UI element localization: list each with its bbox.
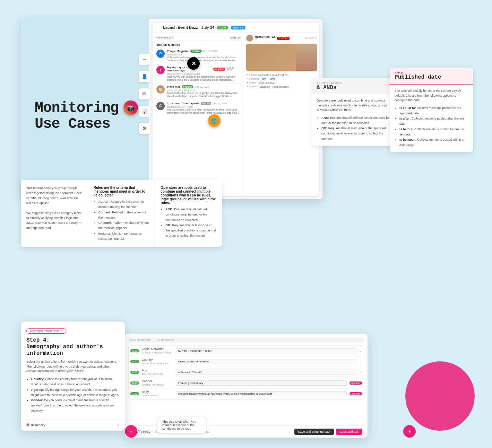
list-item: OR: Requires that at least one of the sp… [165,223,216,239]
mention-badge: Neutral [201,102,212,105]
sidebar-icon-2[interactable]: 👤 [139,71,150,82]
profile-name: gracemac_22 [255,35,275,38]
main-slide-left: Monitoring Use Cases [21,19,139,199]
sidebar-icon-5[interactable]: ⚙ [139,123,150,134]
row-expand-icon[interactable]: ⌄ [359,360,362,363]
list-item: Country: Define the country from where y… [31,377,119,387]
rule-title: Published date [395,74,468,80]
date-from-label: from 08/10/2023 [130,339,150,342]
info-cards-strip: This feature helps you group multiple ru… [21,180,222,247]
mention-text: More NEWS with details on the upcoming M… [167,75,240,81]
pink-action-button-left[interactable]: + [125,425,137,438]
rule-label: RULE [395,71,468,74]
entities-value: McDonald's Kevin Frost Th... [258,74,290,76]
sidebar-icon-3[interactable]: ✉ [139,88,150,99]
list-item: Is before: Collects mentions posted befo… [399,127,468,138]
filter-bar: All Filters (0) Sort by [155,35,242,41]
info-card-2-title: Rules are the criteria that mentions mus… [94,186,149,197]
ui-mockup: ← Launch Event Buzz - July 24 Active Men… [153,23,319,196]
main-slide-right: ← Launch Event Buzz - July 24 Active Men… [149,19,322,199]
mention-source: gracemac_22 • tiktok.com [167,89,240,91]
sidebar-icons: → 👤 ✉ 📊 ⚙ [139,54,150,134]
form-row-country: AND CountryUnited States of America Unit… [129,356,364,367]
info-card-1: This feature helps you group multiple ru… [21,180,88,247]
pink-action-button-right[interactable]: + [403,425,416,438]
footer-page: 9 [118,423,119,427]
active-badge: Active [217,26,228,29]
mention-source: @deansumer4tc • x.com [167,106,240,108]
monitor-badge: MONITOR YOUR BRAND [26,328,66,334]
list-item: Gender: Do you need to collect mentions … [31,398,119,414]
mention-name: Consumer Time Capsule [167,102,199,105]
list-item: Author: Related to the person or account… [98,199,149,210]
form-row-label: Social NetworksIG from • Instagram • Tik… [142,347,173,354]
save-continue-button[interactable]: Save and continue later [294,429,334,435]
filter-chip[interactable]: All Filters (0) [155,36,174,39]
mention-content: People Magazine Positive Dec 12, 2023 fa… [167,50,240,62]
tip-label: Tip: [162,420,168,423]
list-item: Is after: Collects mentions posted after… [399,116,468,127]
footer-divider: | [152,430,153,434]
mention-text: McDonald's collectors, get ready for som… [167,56,240,62]
mention-date: Dec 12, 2023 [227,67,240,71]
operators-text: Operators are tools used to combine and … [317,98,390,113]
monitor-card: MONITOR YOUR BRAND Step 4: Demography an… [21,322,125,431]
interests-label: ✦ Interests [246,85,258,88]
monitor-step: Step 4: Demography and author's informat… [26,337,119,357]
row-expand-icon[interactable]: ⌄ [359,370,362,374]
list-item: Content: Related to the content of the m… [98,210,149,221]
ui-mockup-header: ← Launch Event Buzz - July 24 Active Men… [153,23,319,33]
list-item: Age: Specify the age range for your sear… [31,387,119,398]
profile-verified: ✓ [255,38,275,41]
operators-list: AND: Ensures that all defined conditions… [317,115,390,142]
mention-content: Consumer Time Capsule Neutral Dec 12, 20… [167,102,240,114]
date-to-label: to 08/10/2024 [157,339,174,342]
and-badge: AND [130,392,139,395]
operators-overlay-header: AL OPERATORS & ANDs [312,78,395,94]
youtube-badge: YouTube [277,37,290,40]
main-slide: # Influencity Monitoring Use Cases → 👤 ✉… [21,19,322,199]
date-separator: → [153,339,155,342]
mention-text: Download the box to take me to get the n… [167,91,240,98]
list-item: Is between: Collects mentions posted wit… [399,137,468,148]
info-card-3: Operators are tools used to combine and … [155,180,222,247]
mention-source: @toysfordays • instagram.com [167,73,240,75]
add-rule-btn-2[interactable]: Add rule [349,392,362,395]
info-card-3-title: Operators are tools used to combine and … [161,186,216,205]
operators-overlay-title: & ANDs [317,85,390,91]
mentions-badge: Mentions [231,26,245,29]
rule-published-body: The date will initially be set to the cu… [390,85,473,152]
interests-value: Education · Adult education [260,86,289,88]
add-rule-btn[interactable]: Add rule [349,381,362,385]
mention-badge: Positive [190,50,202,53]
emotion-tag-joy: Joy [260,77,267,80]
monitor-intro: Select the author criteria from which yo… [26,360,119,374]
form-row-gender: AND GenderFemale | Non-binary Female | N… [129,378,364,388]
monitor-card-body: MONITOR YOUR BRAND Step 4: Demography an… [21,322,125,419]
emotions-label: ✦ Emotions [246,78,259,80]
mention-date: Dec 12, 2023 [195,86,209,88]
mention-source: facebook.com [167,53,240,56]
rule-published-card: RULE Published date The date will initia… [390,68,473,152]
and-badge: AND [130,381,139,385]
list-item: AND: Ensures that all defined conditions… [321,115,390,126]
form-row-social: AND Social NetworksIG from • Instagram •… [129,345,364,356]
row-expand-icon[interactable]: ⌄ [359,349,362,352]
mention-item: C Consumer Time Capsule Neutral Dec 12, … [155,100,242,116]
mention-content: grace mac Positive Dec 12, 2023 gracemac… [167,85,240,98]
mention-badge: Negative [213,68,226,71]
sidebar-icon-1[interactable]: → [139,54,150,65]
profile-tags-header: ✦ Entities McDonald's Kevin Frost Th... … [246,73,317,88]
rule-list: Is equal to: Collects mentions posted on… [395,106,468,148]
save-exit-button[interactable]: Save and exit [336,429,362,435]
ui-mockup-body: All Filters (0) Sort by 5,000 MENTIONS P… [153,33,319,195]
rule-text: The date will initially be set to the cu… [395,89,468,103]
sidebar-icon-4[interactable]: 📊 [139,106,150,117]
and-badge: AND [130,360,139,363]
mention-date: Dec 12, 2023 [203,50,218,52]
form-row-value: United States of America [176,359,356,364]
footer-name: Influencity [31,423,45,427]
profile-date: 12/10/2023 [305,37,317,39]
sort-button[interactable]: Sort by [229,36,242,39]
form-row-label: GenderFemale | Non-binary [142,379,173,386]
